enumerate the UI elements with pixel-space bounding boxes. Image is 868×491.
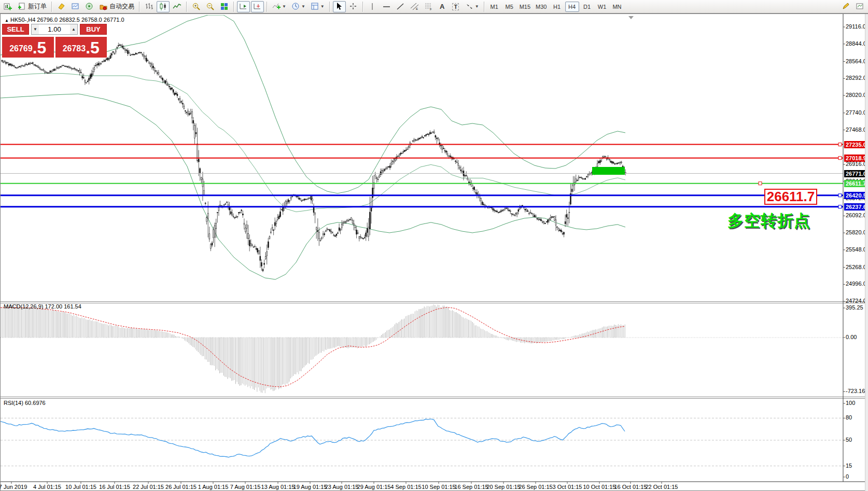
auto-scroll-icon[interactable] bbox=[237, 1, 250, 12]
buy-price-main: 26783 bbox=[63, 41, 86, 57]
zoom-in-icon[interactable] bbox=[190, 1, 203, 12]
signals-icon[interactable] bbox=[83, 1, 96, 12]
price-tag-26420.5[interactable]: 26420.5 bbox=[844, 192, 868, 199]
trendline-icon[interactable] bbox=[394, 1, 407, 12]
text-icon[interactable]: A bbox=[436, 1, 449, 12]
volume-up-button[interactable]: ▲ bbox=[70, 24, 77, 34]
macd-tick-label: 0.00 bbox=[846, 334, 857, 340]
buy-price[interactable]: 26783.5 bbox=[55, 36, 107, 58]
timeframe-m5[interactable]: M5 bbox=[502, 2, 516, 12]
hline-icon[interactable] bbox=[380, 1, 393, 12]
candles bbox=[2, 43, 626, 272]
rsi-indicator-label: RSI(14) 60.6976 bbox=[4, 400, 46, 406]
time-axis-label: 16 Jul 01:15 bbox=[99, 484, 130, 490]
vline-icon[interactable] bbox=[366, 1, 379, 12]
pane-separator[interactable] bbox=[1, 302, 868, 399]
timeframe-h4[interactable]: H4 bbox=[565, 2, 579, 12]
price-tag-26611.7[interactable]: 26611.7 bbox=[844, 180, 867, 187]
axes[interactable] bbox=[1, 14, 868, 484]
zoom-out-icon[interactable] bbox=[204, 1, 217, 12]
timeframe-d1[interactable]: D1 bbox=[580, 2, 594, 12]
hline-26420.5[interactable] bbox=[1, 194, 843, 197]
chevron-down-icon: ▼ bbox=[301, 4, 305, 9]
autotrading-button[interactable]: 自动交易 bbox=[97, 1, 136, 12]
time-axis-label: 27 Jun 2019 bbox=[0, 484, 27, 490]
new-chart-icon[interactable] bbox=[2, 1, 15, 12]
price-tick-label: 28292.0 bbox=[846, 75, 866, 81]
arrows-icon[interactable]: ▼ bbox=[463, 1, 481, 12]
sell-button[interactable]: SELL bbox=[2, 24, 29, 35]
bb-middle bbox=[1, 74, 625, 212]
price-tag-26237.6[interactable]: 26237.6 bbox=[844, 203, 868, 211]
time-axis-label: 29 Aug 01:15 bbox=[357, 484, 391, 490]
channel-icon[interactable]: E bbox=[408, 1, 421, 12]
timeframe-m30[interactable]: M30 bbox=[534, 2, 549, 12]
indicators-icon[interactable]: ▼ bbox=[270, 1, 288, 12]
fibo-icon[interactable]: F bbox=[422, 1, 435, 12]
bar-chart-icon[interactable] bbox=[143, 1, 156, 12]
timeframe-h1[interactable]: H1 bbox=[550, 2, 564, 12]
chart-window[interactable]: ▲ HK50-,H4 26796.0 26832.5 26758.0 26771… bbox=[0, 13, 868, 491]
rsi-tick-label: 100 bbox=[846, 400, 855, 406]
price-tick-label: 27740.0 bbox=[846, 109, 866, 116]
macd-histogram bbox=[1, 304, 843, 393]
price-tag-27018.9[interactable]: 27018.9 bbox=[844, 155, 868, 162]
toolbar-separator bbox=[186, 2, 187, 12]
time-axis-label: 16 Sep 01:15 bbox=[454, 484, 488, 490]
timeframe-mn[interactable]: MN bbox=[610, 2, 624, 12]
crosshair-icon[interactable] bbox=[347, 1, 360, 12]
rsi-pane bbox=[1, 418, 843, 466]
chevron-down-icon: ▼ bbox=[282, 4, 286, 9]
timeframe-m15[interactable]: M15 bbox=[517, 2, 533, 12]
templates-icon[interactable]: ▼ bbox=[309, 1, 327, 12]
cursor-icon[interactable] bbox=[333, 1, 346, 12]
rsi-tick-label: 0 bbox=[846, 473, 849, 480]
timeframe-w1[interactable]: W1 bbox=[595, 2, 609, 12]
rsi-line bbox=[1, 419, 625, 457]
time-axis-label: 4 Sep 01:15 bbox=[390, 484, 421, 490]
volume-field[interactable]: 1.00 bbox=[39, 24, 70, 34]
timeframe-m1[interactable]: M1 bbox=[487, 2, 501, 12]
price-tag-26771.0[interactable]: 26771.0 bbox=[844, 170, 868, 177]
price-tick-label: 24996.0 bbox=[846, 280, 866, 287]
time-axis-label: 13 Aug 01:15 bbox=[261, 484, 295, 490]
pencil-icon[interactable] bbox=[839, 1, 852, 12]
sell-price[interactable]: 26769.5 bbox=[2, 36, 54, 58]
rsi-tick-label: 80 bbox=[846, 414, 852, 420]
tile-windows-icon[interactable] bbox=[218, 1, 231, 12]
time-axis-label: 23 Aug 01:15 bbox=[325, 484, 359, 490]
buy-button[interactable]: BUY bbox=[80, 24, 107, 35]
green-zone-rect[interactable] bbox=[592, 167, 625, 175]
chevron-down-icon: ▼ bbox=[475, 4, 479, 9]
volume-down-button[interactable]: ▼ bbox=[32, 24, 39, 34]
market-watch-icon[interactable] bbox=[69, 1, 82, 12]
hline-27235.0[interactable] bbox=[1, 143, 843, 146]
chart-shift-marker[interactable] bbox=[628, 16, 634, 19]
hline-27018.9[interactable] bbox=[1, 157, 843, 160]
time-axis-label: 3 Oct 01:15 bbox=[553, 484, 582, 490]
candle-chart-icon[interactable] bbox=[157, 1, 170, 12]
collapse-triangle-icon[interactable]: ▲ bbox=[5, 18, 9, 23]
sell-price-main: 26769 bbox=[9, 41, 33, 57]
eraser-icon[interactable] bbox=[55, 1, 68, 12]
label-icon[interactable]: T bbox=[450, 1, 462, 12]
new-order-button[interactable]: 新订单 bbox=[16, 1, 49, 12]
hline-26611.7[interactable] bbox=[1, 182, 843, 185]
periods-icon[interactable]: ▼ bbox=[289, 1, 307, 12]
hline-26237.6[interactable] bbox=[1, 205, 843, 208]
chart-shift-icon[interactable] bbox=[251, 1, 264, 12]
pivot-annotation-text[interactable]: 多空转折点 bbox=[727, 210, 810, 232]
time-axis-label: 4 Jul 01:15 bbox=[33, 484, 61, 490]
popup-chart-icon[interactable] bbox=[853, 1, 866, 12]
pivot-price-label[interactable]: 26611.7 bbox=[764, 189, 817, 205]
price-tick-label: 28020.0 bbox=[846, 92, 866, 98]
volume-spinner: ▼ 1.00 ▲ bbox=[31, 24, 78, 35]
line-chart-icon[interactable] bbox=[171, 1, 184, 12]
price-tag-27235.0[interactable]: 27235.0 bbox=[844, 141, 868, 148]
chart-canvas[interactable] bbox=[1, 14, 868, 491]
toolbar-separator bbox=[51, 2, 52, 12]
rsi-tick-label: 50 bbox=[846, 437, 852, 443]
one-click-trading-panel: SELL ▼ 1.00 ▲ BUY 26769.5 26783.5 bbox=[2, 24, 107, 58]
price-tick-label: 26916.0 bbox=[846, 161, 866, 167]
toolbar-separator bbox=[362, 2, 363, 12]
